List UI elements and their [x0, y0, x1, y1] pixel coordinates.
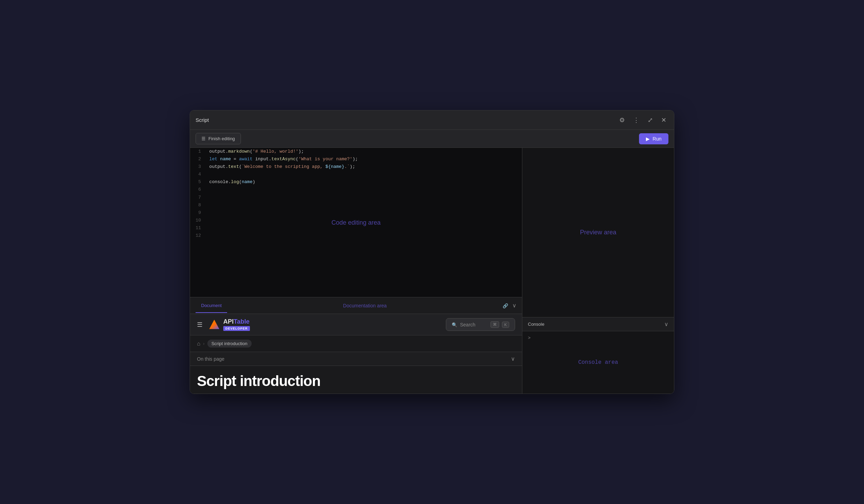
breadcrumb: › Script introduction — [190, 335, 522, 352]
table-row: 5 console.log(name) — [190, 178, 522, 186]
search-bar[interactable]: Search ⌘ K — [446, 318, 515, 331]
table-row: 6 — [190, 186, 522, 194]
table-row: 12 — [190, 232, 522, 240]
run-label: Run — [652, 136, 662, 142]
doc-navbar: ☰ — [190, 314, 522, 335]
close-button[interactable] — [659, 114, 668, 126]
doc-tab-document[interactable]: Document — [196, 299, 227, 313]
breadcrumb-separator: › — [203, 341, 205, 346]
console-collapse-icon[interactable]: ∨ — [664, 321, 668, 327]
line-number: 5 — [190, 178, 207, 186]
window-title: Script — [196, 117, 209, 123]
table-row: 7 — [190, 194, 522, 201]
on-this-page-label: On this page — [197, 356, 224, 362]
code-table: 1 output.markdown('# Hello, world!'); 2 … — [190, 148, 522, 240]
run-button[interactable]: Run — [639, 133, 668, 144]
table-row: 9 — [190, 209, 522, 217]
logo-text: API Table DEVELOPER — [223, 318, 250, 331]
console-body[interactable]: > Console area — [522, 331, 674, 394]
logo-area: API Table DEVELOPER — [208, 318, 250, 331]
gear-icon — [619, 116, 625, 124]
search-text: Search — [460, 322, 488, 327]
finish-icon — [201, 136, 206, 141]
title-bar-left: Script — [196, 117, 209, 123]
finish-editing-label: Finish editing — [208, 136, 235, 141]
table-row: 8 — [190, 201, 522, 209]
expand-button[interactable] — [646, 114, 655, 126]
line-code: output.text(`Welcome to the scripting ap… — [207, 163, 522, 171]
doc-panel: ☰ — [190, 314, 522, 394]
code-editor[interactable]: 1 output.markdown('# Hello, world!'); 2 … — [190, 148, 522, 297]
table-row: 3 output.text(`Welcome to the scripting … — [190, 163, 522, 171]
settings-button[interactable] — [617, 114, 627, 126]
svg-marker-1 — [209, 320, 219, 329]
line-number: 3 — [190, 163, 207, 171]
search-icon — [452, 322, 457, 328]
link-icon[interactable] — [503, 303, 508, 309]
console-header: Console ∨ — [522, 317, 674, 331]
more-button[interactable] — [631, 114, 641, 126]
line-code: output.markdown('# Hello, world!'); — [207, 148, 522, 155]
logo-table-text: Table — [234, 318, 250, 325]
line-number: 2 — [190, 155, 207, 163]
line-code: console.log(name) — [207, 178, 522, 186]
console-prompt: > — [528, 335, 531, 341]
hamburger-icon[interactable]: ☰ — [197, 321, 202, 328]
expand-icon — [648, 116, 653, 124]
title-bar-right — [617, 114, 668, 126]
chevron-down-icon: ∨ — [511, 356, 515, 362]
main-area: 1 output.markdown('# Hello, world!'); 2 … — [190, 148, 674, 394]
table-row: 10 — [190, 217, 522, 224]
logo-triangle-icon — [208, 318, 220, 331]
collapse-icon[interactable]: ∨ — [512, 302, 516, 309]
line-code: let name = await input.textAsync('What i… — [207, 155, 522, 163]
line-number: 4 — [190, 171, 207, 178]
console-title: Console — [528, 322, 544, 327]
line-number: 1 — [190, 148, 207, 155]
toolbar: Finish editing Run — [190, 130, 674, 148]
table-row: 2 let name = await input.textAsync('What… — [190, 155, 522, 163]
title-bar: Script — [190, 110, 674, 130]
doc-tabs: Document Documentation area ∨ — [190, 297, 522, 314]
right-panel: Preview area Console ∨ > Console area — [522, 148, 674, 394]
page-title: Script introduction — [197, 373, 515, 389]
logo-developer-badge: DEVELOPER — [223, 326, 250, 331]
console-area-label: Console area — [578, 359, 618, 366]
app-window: Script Finish editing Run — [190, 110, 674, 394]
on-this-page[interactable]: On this page ∨ — [190, 352, 522, 366]
table-row: 11 — [190, 224, 522, 232]
doc-area-label: Documentation area — [227, 303, 503, 308]
table-row: 4 — [190, 171, 522, 178]
nav-left: ☰ — [197, 318, 250, 331]
more-icon — [633, 116, 639, 124]
left-panel: 1 output.markdown('# Hello, world!'); 2 … — [190, 148, 522, 394]
search-cmd-key: ⌘ — [490, 321, 499, 328]
preview-label: Preview area — [580, 229, 616, 236]
console-panel: Console ∨ > Console area — [522, 317, 674, 394]
table-row: 1 output.markdown('# Hello, world!'); — [190, 148, 522, 155]
page-title-area: Script introduction — [190, 366, 522, 394]
finish-editing-button[interactable]: Finish editing — [196, 133, 241, 144]
preview-area: Preview area — [522, 148, 674, 317]
line-code — [207, 171, 522, 178]
play-icon — [646, 136, 650, 142]
breadcrumb-current[interactable]: Script introduction — [207, 340, 252, 348]
search-k-key: K — [502, 322, 509, 328]
home-icon[interactable] — [197, 341, 200, 347]
doc-tab-actions: ∨ — [503, 302, 516, 309]
close-icon — [661, 116, 666, 124]
logo-api-text: API — [223, 318, 234, 325]
